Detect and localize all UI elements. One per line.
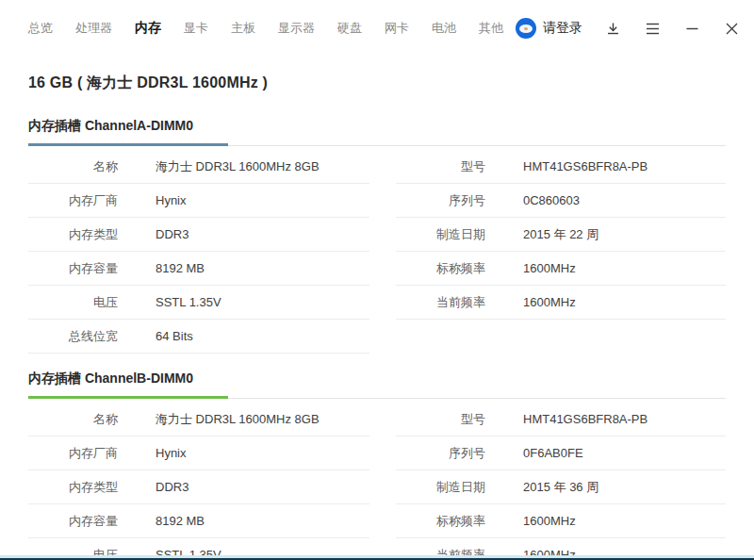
spec-tables: 名称 海力士 DDR3L 1600MHz 8GB 内存厂商 Hynix 内存类型… xyxy=(28,403,726,560)
nav-tabs: 总览处理器内存显卡主板显示器硬盘网卡电池其他 xyxy=(28,20,503,37)
spec-label: 内存类型 xyxy=(28,479,118,496)
spec-table-right: 型号 HMT41GS6BFR8A-PB 序列号 0C860603 制造日期 20… xyxy=(396,150,726,320)
spec-row: 内存厂商 Hynix xyxy=(28,184,369,218)
spec-label: 型号 xyxy=(396,158,485,175)
spec-value: 1600MHz xyxy=(523,295,576,309)
spec-label: 内存容量 xyxy=(28,260,118,277)
spec-value: 0F6AB0FE xyxy=(523,446,583,460)
spec-row: 标称频率 1600MHz xyxy=(396,504,726,538)
section-accent-bar xyxy=(28,143,228,146)
spec-value: 8192 MB xyxy=(156,514,205,528)
nav-tab-gpu[interactable]: 显卡 xyxy=(184,20,208,37)
spec-value: 2015 年 22 周 xyxy=(523,226,598,243)
spec-table-left: 名称 海力士 DDR3L 1600MHz 8GB 内存厂商 Hynix 内存类型… xyxy=(28,403,369,560)
nav-tab-overview[interactable]: 总览 xyxy=(28,20,53,37)
spec-row: 名称 海力士 DDR3L 1600MHz 8GB xyxy=(28,150,369,184)
minimize-button[interactable] xyxy=(682,19,701,38)
spec-label: 总线位宽 xyxy=(28,328,118,345)
spec-value: 海力士 DDR3L 1600MHz 8GB xyxy=(156,411,320,428)
spec-value: DDR3 xyxy=(156,227,188,241)
nav-tab-disk[interactable]: 硬盘 xyxy=(337,20,362,37)
spec-label: 当前频率 xyxy=(396,294,485,311)
spec-table-right: 型号 HMT41GS6BFR8A-PB 序列号 0F6AB0FE 制造日期 20… xyxy=(396,403,726,560)
nav-tab-motherboard[interactable]: 主板 xyxy=(231,20,255,37)
spec-label: 内存厂商 xyxy=(28,445,118,462)
spec-label: 制造日期 xyxy=(396,226,485,243)
spec-label: 电压 xyxy=(28,294,118,311)
spec-value: 64 Bits xyxy=(156,329,193,343)
spec-label: 内存类型 xyxy=(28,226,118,243)
spec-row: 型号 HMT41GS6BFR8A-PB xyxy=(396,403,726,436)
section-title: 内存插槽 ChannelB-DIMM0 xyxy=(28,371,726,387)
spec-label: 名称 xyxy=(28,158,118,175)
download-icon[interactable] xyxy=(603,19,622,38)
spec-tables: 名称 海力士 DDR3L 1600MHz 8GB 内存厂商 Hynix 内存类型… xyxy=(28,150,726,354)
spec-value: HMT41GS6BFR8A-PB xyxy=(523,412,647,426)
spec-label: 名称 xyxy=(28,411,118,428)
page-title: 16 GB ( 海力士 DDR3L 1600MHz ) xyxy=(28,74,726,93)
spec-row: 序列号 0C860603 xyxy=(396,184,726,218)
spec-label: 型号 xyxy=(396,411,485,428)
menu-icon[interactable] xyxy=(643,19,662,38)
nav-tab-display[interactable]: 显示器 xyxy=(278,20,315,37)
titlebar-controls: 请登录 xyxy=(516,18,741,39)
spec-value: 1600MHz xyxy=(523,261,576,275)
spec-row: 总线位宽 64 Bits xyxy=(28,320,369,354)
titlebar: 总览处理器内存显卡主板显示器硬盘网卡电池其他 请登录 xyxy=(0,0,754,51)
spec-label: 制造日期 xyxy=(396,479,485,496)
spec-row: 内存容量 8192 MB xyxy=(28,252,369,286)
spec-value: Hynix xyxy=(156,446,187,460)
section-accent-bar xyxy=(28,396,228,399)
memory-slot-section: 内存插槽 ChannelB-DIMM0 名称 海力士 DDR3L 1600MHz… xyxy=(28,371,726,560)
spec-value: HMT41GS6BFR8A-PB xyxy=(523,159,647,173)
spec-table-left: 名称 海力士 DDR3L 1600MHz 8GB 内存厂商 Hynix 内存类型… xyxy=(28,150,369,354)
spec-value: 8192 MB xyxy=(156,261,205,275)
spec-row: 名称 海力士 DDR3L 1600MHz 8GB xyxy=(28,403,369,436)
nav-tab-cpu[interactable]: 处理器 xyxy=(75,20,112,37)
nav-tab-other[interactable]: 其他 xyxy=(479,20,503,37)
spec-row: 序列号 0F6AB0FE xyxy=(396,436,726,470)
spec-label: 序列号 xyxy=(396,445,485,462)
section-title: 内存插槽 ChannelA-DIMM0 xyxy=(28,118,726,135)
user-avatar-icon xyxy=(516,18,536,39)
spec-row: 标称频率 1600MHz xyxy=(396,252,726,286)
spec-value: DDR3 xyxy=(156,480,188,494)
spec-label: 标称频率 xyxy=(396,513,485,530)
section-underline xyxy=(28,143,726,146)
spec-row: 制造日期 2015 年 22 周 xyxy=(396,218,726,252)
window-bottom-edge xyxy=(0,555,754,560)
spec-row: 内存类型 DDR3 xyxy=(28,470,369,504)
spec-label: 标称频率 xyxy=(396,260,485,277)
login-button[interactable]: 请登录 xyxy=(516,18,582,39)
spec-value: 海力士 DDR3L 1600MHz 8GB xyxy=(156,158,320,175)
nav-tab-network[interactable]: 网卡 xyxy=(385,20,409,37)
spec-row: 内存类型 DDR3 xyxy=(28,218,369,252)
nav-tab-battery[interactable]: 电池 xyxy=(432,20,456,37)
spec-value: 0C860603 xyxy=(523,193,580,207)
spec-row: 内存容量 8192 MB xyxy=(28,504,369,538)
spec-value: SSTL 1.35V xyxy=(156,295,221,309)
memory-page: 16 GB ( 海力士 DDR3L 1600MHz ) 内存插槽 Channel… xyxy=(0,74,754,560)
spec-row: 当前频率 1600MHz xyxy=(396,286,726,320)
login-label: 请登录 xyxy=(543,20,582,37)
close-button[interactable] xyxy=(722,19,741,38)
section-underline xyxy=(28,396,726,399)
spec-label: 序列号 xyxy=(396,192,485,209)
memory-slot-section: 内存插槽 ChannelA-DIMM0 名称 海力士 DDR3L 1600MHz… xyxy=(28,118,726,354)
spec-row: 内存厂商 Hynix xyxy=(28,436,369,470)
spec-label: 内存容量 xyxy=(28,513,118,530)
spec-row: 电压 SSTL 1.35V xyxy=(28,286,369,320)
memory-sections: 内存插槽 ChannelA-DIMM0 名称 海力士 DDR3L 1600MHz… xyxy=(28,118,726,560)
spec-row: 型号 HMT41GS6BFR8A-PB xyxy=(396,150,726,184)
spec-value: 2015 年 36 周 xyxy=(523,479,598,496)
spec-label: 内存厂商 xyxy=(28,192,118,209)
spec-row: 制造日期 2015 年 36 周 xyxy=(396,470,726,504)
spec-value: Hynix xyxy=(156,193,187,207)
spec-value: 1600MHz xyxy=(523,514,576,528)
nav-tab-memory[interactable]: 内存 xyxy=(135,20,161,37)
